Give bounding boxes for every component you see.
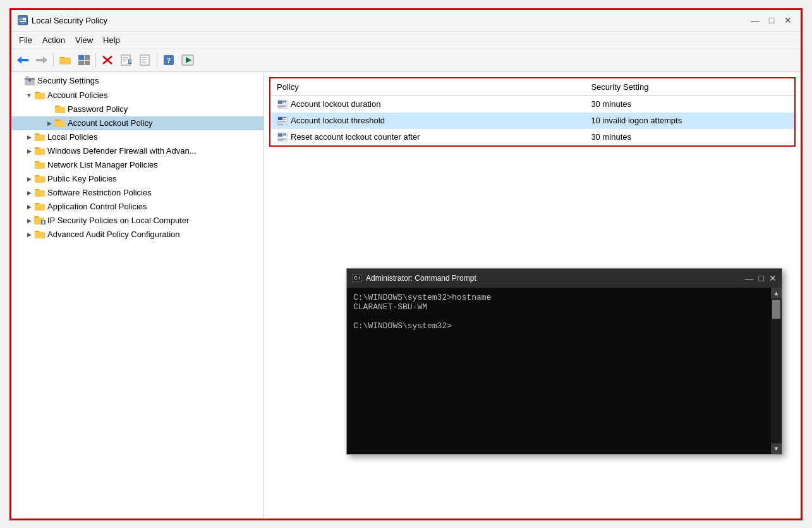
tree-account-policies[interactable]: Account Policies (11, 89, 264, 102)
cmd-body: C:\WINDOWS\system32>hostname CLARANET-SB… (347, 288, 771, 454)
svg-rect-20 (123, 59, 128, 59)
local-policies-folder-icon (34, 132, 45, 142)
svg-rect-3 (20, 20, 25, 21)
defender-expand[interactable] (24, 146, 34, 156)
cmd-window: C:\ Administrator: Command Prompt — □ ✕ … (346, 268, 782, 455)
title-bar-left: Local Security Policy (18, 15, 107, 25)
tree-root-security-settings[interactable]: Security Settings (11, 73, 264, 89)
ip-security-label: IP Security Policies on Local Computer (47, 216, 189, 225)
advanced-audit-expand[interactable] (24, 230, 34, 240)
tree-app-control[interactable]: Application Control Policies (11, 200, 264, 214)
public-key-expand[interactable] (24, 174, 34, 184)
tree-windows-defender[interactable]: Windows Defender Firewall with Advan... (11, 144, 264, 158)
svg-rect-2 (20, 18, 23, 20)
cmd-minimize-button[interactable]: — (745, 273, 754, 283)
cmd-title-text: Administrator: Command Prompt (366, 274, 476, 283)
cmd-controls: — □ ✕ (745, 273, 777, 283)
maximize-button[interactable]: □ (765, 14, 778, 27)
tree-advanced-audit[interactable]: Advanced Audit Policy Configuration (11, 228, 264, 242)
menu-file[interactable]: File (14, 34, 37, 47)
folder-button[interactable] (56, 51, 74, 69)
lockout-threshold-setting: 10 invalid logon attempts (585, 113, 794, 129)
window-title: Local Security Policy (32, 16, 107, 25)
cmd-line-4: C:\WINDOWS\system32> (353, 321, 765, 331)
close-button[interactable]: ✕ (782, 14, 794, 27)
svg-rect-42 (35, 149, 45, 155)
svg-rect-56 (278, 105, 286, 106)
menu-view[interactable]: View (70, 34, 98, 47)
software-restriction-expand[interactable] (24, 188, 34, 198)
local-policies-expand[interactable] (24, 132, 34, 142)
app-control-folder-icon (34, 202, 45, 212)
svg-rect-14 (78, 61, 84, 65)
lockout-duration-text: Account lockout duration (291, 99, 380, 109)
cmd-close-button[interactable]: ✕ (769, 273, 777, 283)
tree-local-policies[interactable]: Local Policies (11, 130, 264, 144)
cmd-maximize-button[interactable]: □ (759, 273, 764, 283)
svg-rect-38 (35, 93, 45, 99)
svg-rect-43 (35, 163, 45, 169)
tree-account-lockout-policy[interactable]: Account Lockout Policy (11, 116, 264, 130)
cmd-scroll-thumb[interactable] (772, 300, 780, 319)
svg-rect-45 (35, 190, 45, 197)
account-policies-folder-icon (34, 90, 45, 101)
policy-row-lockout-duration[interactable]: Account lockout duration 30 minutes (270, 95, 794, 113)
defender-folder-icon (34, 146, 45, 156)
tree-password-policy[interactable]: Password Policy (11, 102, 264, 116)
svg-rect-71 (278, 139, 286, 140)
lockout-policy-expand[interactable] (44, 118, 54, 128)
tree-ip-security[interactable]: IP Security Policies on Local Computer (11, 214, 264, 228)
menu-help[interactable]: Help (98, 34, 125, 47)
security-settings-icon (24, 75, 35, 87)
svg-rect-6 (21, 59, 28, 61)
cmd-scroll-track (771, 298, 782, 443)
show-hide-button[interactable] (75, 51, 93, 69)
svg-rect-58 (278, 107, 283, 108)
app-control-label: Application Control Policies (47, 202, 147, 211)
tree-public-key[interactable]: Public Key Policies (11, 172, 264, 186)
policy-row-lockout-threshold[interactable]: Account lockout threshold 10 invalid log… (270, 113, 794, 129)
cmd-scroll-down[interactable]: ▼ (771, 443, 782, 454)
password-policy-folder-icon (54, 104, 66, 114)
app-icon (18, 15, 28, 25)
export-button[interactable] (136, 51, 154, 69)
reset-counter-setting: 30 minutes (585, 129, 794, 145)
cmd-scroll-up[interactable]: ▲ (771, 288, 782, 298)
policy-lockout-threshold-cell: Account lockout threshold (270, 113, 585, 129)
delete-button[interactable] (99, 51, 116, 69)
cmd-scrollbar: ▲ ▼ (771, 288, 782, 454)
lockout-policy-label: Account Lockout Policy (68, 118, 152, 128)
tree-network-list[interactable]: Network List Manager Policies (11, 158, 264, 172)
properties-button[interactable] (118, 51, 135, 69)
svg-text:?: ? (167, 56, 171, 65)
back-button[interactable] (14, 51, 32, 69)
account-policies-expand[interactable] (24, 90, 34, 101)
minimize-button[interactable]: — (749, 14, 761, 27)
policy-row-reset-counter[interactable]: Reset account lockout counter after 30 m… (270, 129, 794, 145)
svg-rect-68 (283, 133, 286, 135)
title-bar: Local Security Policy — □ ✕ (11, 10, 801, 32)
menu-action[interactable]: Action (37, 34, 70, 47)
forward-button[interactable] (33, 51, 51, 69)
svg-rect-15 (85, 61, 90, 65)
toolbar-sep-2 (95, 53, 96, 67)
lockout-duration-icon (277, 99, 288, 109)
svg-rect-40 (55, 121, 65, 127)
defender-label: Windows Defender Firewall with Advan... (47, 146, 197, 156)
svg-rect-70 (278, 138, 286, 138)
svg-rect-4 (21, 23, 24, 23)
cmd-line-1: C:\WINDOWS\system32>hostname (353, 293, 765, 302)
app-control-expand[interactable] (24, 202, 34, 212)
ip-security-expand[interactable] (24, 216, 34, 226)
toolbar-sep-3 (157, 53, 157, 67)
software-restriction-folder-icon (34, 188, 45, 198)
help-button[interactable]: ? (160, 51, 178, 69)
svg-marker-5 (17, 56, 21, 64)
svg-rect-65 (278, 124, 283, 125)
toolbar: ? (11, 49, 801, 72)
tree-software-restriction[interactable]: Software Restriction Policies (11, 186, 264, 200)
svg-rect-67 (278, 133, 282, 137)
cmd-line-3 (353, 312, 765, 321)
ip-security-icon (34, 216, 45, 226)
run-button[interactable] (179, 51, 197, 69)
